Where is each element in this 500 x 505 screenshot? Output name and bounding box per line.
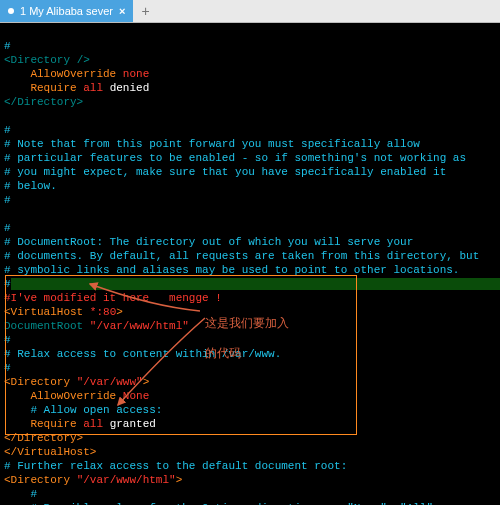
tab-alibaba-server[interactable]: 1 My Alibaba sever × — [0, 0, 133, 22]
code-line: "/var/www" — [77, 376, 143, 388]
code-line: # — [4, 334, 11, 346]
code-line: denied — [110, 82, 150, 94]
code-line: <Directory — [4, 474, 77, 486]
code-line: # — [4, 222, 11, 234]
code-line: # Further relax access to the default do… — [4, 460, 347, 472]
code-line: None — [123, 390, 149, 402]
code-line: <Directory — [4, 376, 77, 388]
code-line: # particular features to be enabled - so… — [4, 152, 466, 164]
tab-indicator-icon — [8, 8, 14, 14]
code-line: DocumentRoot — [4, 320, 90, 332]
tab-label: 1 My Alibaba sever — [20, 4, 113, 18]
code-line: none — [123, 68, 149, 80]
annotation-text: 这是我们要加入 的代码 — [192, 301, 289, 376]
code-line: </Directory> — [4, 96, 83, 108]
annotation-line: 这是我们要加入 — [205, 316, 289, 330]
code-line: # Relax access to content within /var/ww… — [4, 348, 281, 360]
code-line: Require — [4, 82, 83, 94]
add-tab-button[interactable]: + — [133, 0, 157, 22]
code-line: # you might expect, make sure that you h… — [4, 166, 446, 178]
code-line: /> — [77, 54, 90, 66]
code-line: </Directory> — [4, 432, 83, 444]
code-line: # — [4, 124, 11, 136]
code-line: > — [143, 376, 150, 388]
code-line: # Allow open access: — [4, 404, 162, 416]
code-line: # symbolic links and aliases may be used… — [4, 264, 459, 276]
cursor-line — [11, 278, 500, 290]
code-line: # below. — [4, 180, 57, 192]
code-line: all — [83, 82, 109, 94]
code-line: # — [4, 40, 11, 52]
terminal-view[interactable]: # <Directory /> AllowOverride none Requi… — [0, 23, 500, 505]
code-line: # — [4, 362, 11, 374]
code-line: "/var/www/html" — [90, 320, 189, 332]
code-line: all — [83, 418, 109, 430]
code-line: granted — [110, 418, 156, 430]
close-icon[interactable]: × — [119, 4, 125, 18]
code-line: AllowOverride — [4, 68, 123, 80]
code-line: # — [4, 194, 11, 206]
code-line: *:80 — [90, 306, 116, 318]
code-line: > — [116, 306, 123, 318]
code-line: </VirtualHost> — [4, 446, 96, 458]
code-line: # DocumentRoot: The directory out of whi… — [4, 236, 413, 248]
code-line: # — [4, 278, 11, 290]
code-line: # documents. By default, all requests ar… — [4, 250, 479, 262]
code-line: Require — [4, 418, 83, 430]
tab-bar: 1 My Alibaba sever × + — [0, 0, 500, 23]
code-line: AllowOverride — [4, 390, 123, 402]
code-line: "/var/www/html" — [77, 474, 176, 486]
code-line: <Directory — [4, 54, 77, 66]
code-line: > — [176, 474, 183, 486]
code-line: #I've modified it here mengge ! — [4, 292, 222, 304]
code-line: # Note that from this point forward you … — [4, 138, 420, 150]
code-line: # — [4, 488, 37, 500]
code-line: <VirtualHost — [4, 306, 90, 318]
